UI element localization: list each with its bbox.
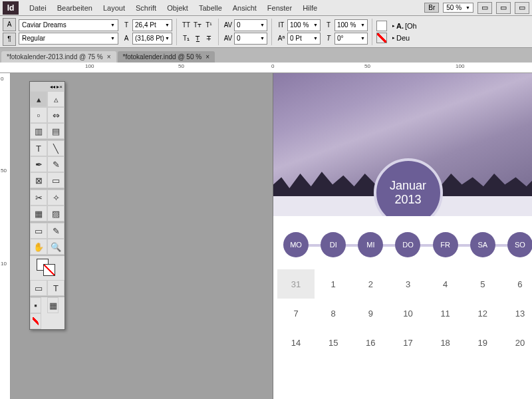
menu-bearbeiten[interactable]: Bearbeiten	[52, 4, 98, 12]
apply-gradient-icon[interactable]: ▦	[47, 297, 59, 313]
chevron-down-icon: ▼	[466, 5, 470, 10]
tracking-value: 0	[237, 35, 241, 42]
content-collector-tool[interactable]: ▥	[30, 123, 47, 139]
photo-frame[interactable]: Januar 2013	[273, 73, 532, 216]
ruler-mark: 10	[1, 261, 7, 267]
gradient-feather-tool[interactable]: ▨	[47, 205, 65, 221]
screen-mode-icon[interactable]: ▭	[496, 2, 511, 14]
tab-doc-2[interactable]: *fotokalender.indd @ 50 %×	[118, 51, 215, 63]
ruler-horizontal[interactable]: 100 50 0 50 100	[0, 63, 532, 73]
chevron-down-icon: ▼	[165, 23, 170, 27]
panel-header[interactable]: ◂◂ ▸×	[30, 82, 65, 91]
skew-field[interactable]: 0°▼	[334, 33, 368, 45]
cal-cell: 15	[315, 328, 352, 357]
direct-selection-tool[interactable]: ▵	[47, 91, 65, 107]
tools-panel: ◂◂ ▸× ▴ ▵ ▫ ⇔ ▥ ▤ T ╲ ✒ ✎ ⊠ ▭ ✂ ✧ ▦ ▨	[29, 81, 65, 330]
strikethrough-icon[interactable]: T̶	[203, 33, 214, 45]
font-style-select[interactable]: Regular▼	[19, 33, 118, 45]
rectangle-frame-tool[interactable]: ⊠	[30, 172, 47, 188]
menu-tabelle[interactable]: Tabelle	[194, 4, 227, 12]
cal-cell: 20	[501, 328, 532, 357]
vscale-field[interactable]: 100 %▼	[287, 19, 321, 31]
content-placer-tool[interactable]: ▤	[47, 123, 65, 139]
view-mode-icon[interactable]: ▭	[477, 2, 492, 14]
page-tool[interactable]: ▫	[30, 107, 47, 123]
zoom-select[interactable]: 50 %▼	[443, 3, 473, 13]
stroke-color[interactable]	[43, 264, 55, 276]
ruler-mark: 50	[178, 63, 184, 69]
chevron-down-icon: ▼	[360, 23, 365, 27]
cal-cell: 1	[315, 269, 352, 299]
format-text-icon[interactable]: T	[47, 280, 65, 296]
pen-tool[interactable]: ✒	[30, 156, 47, 172]
font-family-select[interactable]: Caviar Dreams▼	[19, 19, 118, 31]
canvas[interactable]: ◂◂ ▸× ▴ ▵ ▫ ⇔ ▥ ▤ T ╲ ✒ ✎ ⊠ ▭ ✂ ✧ ▦ ▨	[11, 73, 532, 399]
line-tool[interactable]: ╲	[47, 140, 65, 156]
bridge-icon[interactable]: Br	[424, 3, 439, 13]
day-di: DI	[321, 232, 346, 257]
menu-ansicht[interactable]: Ansicht	[227, 4, 262, 12]
eyedropper-tool[interactable]: ✎	[47, 223, 65, 239]
kerning-field[interactable]: 0▼	[234, 19, 267, 31]
format-container-icon[interactable]: ▭	[30, 280, 47, 296]
free-transform-tool[interactable]: ✧	[47, 190, 65, 205]
vscale-value: 100 %	[290, 21, 309, 29]
smallcaps-icon[interactable]: Tᴛ	[192, 19, 203, 31]
menu-layout[interactable]: Layout	[98, 4, 130, 12]
charstyle-icon[interactable]: A.	[396, 22, 404, 30]
chevron-down-icon: ▼	[313, 36, 318, 41]
vscale-icon: IT	[276, 19, 287, 31]
apply-color-icon[interactable]: ▪	[30, 297, 41, 313]
close-icon[interactable]: ×	[107, 53, 111, 61]
baseline-icon: Aª	[276, 33, 287, 45]
fill-stroke-swatches[interactable]	[30, 256, 65, 280]
menu-hilfe[interactable]: Hilfe	[297, 4, 323, 12]
underline-icon[interactable]: T̲	[192, 33, 203, 45]
leading-field[interactable]: (31,68 Pt)▼	[132, 33, 172, 45]
stroke-swatch[interactable]	[376, 33, 387, 43]
note-tool[interactable]: ▭	[30, 223, 47, 239]
fill-swatch[interactable]	[376, 21, 387, 31]
menu-fenster[interactable]: Fenster	[262, 4, 297, 12]
cal-cell: 13	[501, 299, 532, 328]
ruler-vertical[interactable]: 0 50 10	[0, 73, 11, 399]
tab-doc-1[interactable]: *fotokalender-2013.indd @ 75 %×	[1, 51, 116, 63]
font-style-value: Regular	[22, 35, 45, 42]
apply-none-icon[interactable]	[30, 313, 41, 329]
hand-tool[interactable]: ✋	[30, 239, 47, 255]
pencil-tool[interactable]: ✎	[47, 156, 65, 172]
tracking-field[interactable]: 0▼	[234, 33, 267, 45]
cal-cell: 2	[352, 269, 389, 299]
font-size-field[interactable]: 26,4 Pt▼	[132, 19, 172, 31]
hscale-field[interactable]: 100 %▼	[334, 19, 368, 31]
scissors-tool[interactable]: ✂	[30, 190, 47, 205]
para-format-button[interactable]: ¶	[3, 33, 16, 46]
arrange-icon[interactable]: ▭	[515, 2, 529, 14]
gap-tool[interactable]: ⇔	[47, 107, 65, 123]
cal-cell: 18	[427, 328, 464, 357]
close-icon[interactable]: ×	[205, 53, 209, 61]
chevron-down-icon: ▼	[260, 36, 265, 41]
cal-cell: 16	[352, 328, 389, 357]
zoom-tool[interactable]: 🔍	[47, 239, 65, 255]
menubar: Id Datei Bearbeiten Layout Schrift Objek…	[0, 0, 532, 16]
selection-tool[interactable]: ▴	[30, 91, 47, 107]
document-page[interactable]: Januar 2013 MO DI MI DO FR SA SO 31 1 2 …	[273, 73, 532, 399]
tab-label: *fotokalender.indd @ 50 %	[123, 53, 202, 61]
rectangle-tool[interactable]: ▭	[47, 172, 65, 188]
menu-datei[interactable]: Datei	[24, 4, 52, 12]
char-format-button[interactable]: A	[3, 18, 16, 31]
allcaps-icon[interactable]: TT	[181, 19, 192, 31]
gradient-tool[interactable]: ▦	[30, 205, 47, 221]
type-tool[interactable]: T	[30, 140, 47, 156]
menu-schrift[interactable]: Schrift	[130, 4, 162, 12]
subscript-icon[interactable]: T₁	[181, 33, 192, 45]
language-label: Deu	[396, 34, 410, 42]
menu-objekt[interactable]: Objekt	[162, 4, 194, 12]
cal-cell: 9	[352, 299, 389, 328]
baseline-field[interactable]: 0 Pt▼	[287, 33, 321, 45]
superscript-icon[interactable]: T¹	[203, 19, 214, 31]
year-label: 2013	[394, 193, 421, 207]
chevron-down-icon: ▼	[110, 36, 115, 41]
zoom-value: 50 %	[446, 4, 462, 11]
